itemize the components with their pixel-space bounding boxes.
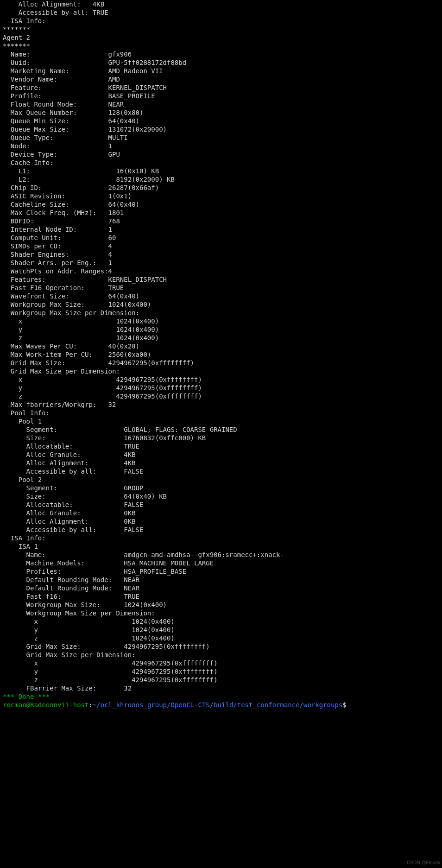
prompt-dollar: $	[342, 701, 346, 709]
prompt-colon: :	[88, 701, 92, 709]
prompt-user: rocman@Radeonnvii-host	[3, 701, 88, 709]
done-line: *** Done ***	[3, 693, 50, 700]
terminal-output[interactable]: Alloc Alignment: 4KB Accessible by all: …	[0, 0, 442, 712]
prompt-path: ~/ocl_khronos_group/OpenCL-CTS/build/tes…	[93, 701, 342, 709]
